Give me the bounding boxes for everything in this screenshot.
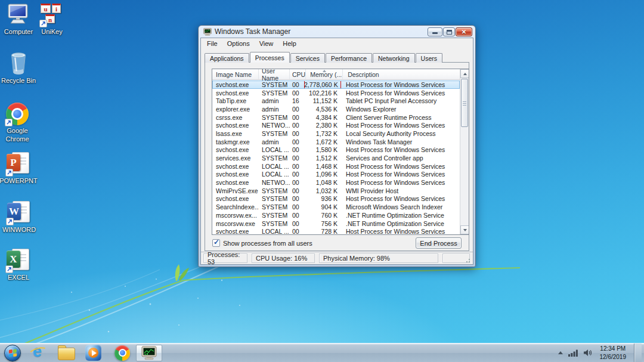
- desktop-icon-label: Google Chrome: [0, 127, 36, 144]
- cell-memory: 1,048 K: [304, 179, 341, 186]
- cell-user-name: LOCAL ...: [259, 171, 290, 178]
- folder-icon: [58, 348, 75, 360]
- table-row[interactable]: services.exe SYSTEM 00 1,512 K Services …: [212, 154, 460, 162]
- resize-grip[interactable]: [466, 257, 472, 263]
- table-row[interactable]: lsass.exe SYSTEM 00 1,732 K Local Securi…: [212, 129, 460, 138]
- table-row[interactable]: svchost.exe NETWO... 00 1,048 K Host Pro…: [212, 178, 460, 187]
- tab-performance[interactable]: Performance: [326, 53, 372, 63]
- cell-description: Windows Explorer: [341, 106, 460, 113]
- sort-arrow-icon: [323, 70, 326, 72]
- desktop-icon-powerpoint[interactable]: P POWERPNT: [0, 151, 38, 185]
- desktop-icon-recycle-bin[interactable]: Recycle Bin: [0, 50, 38, 85]
- cell-description: Services and Controller app: [341, 154, 460, 162]
- cell-image-name: svchost.exe: [212, 81, 259, 88]
- cell-memory: 1,032 K: [304, 187, 341, 194]
- table-row[interactable]: svchost.exe LOCAL ... 00 1,096 K Host Pr…: [212, 171, 460, 179]
- tab-networking[interactable]: Networking: [373, 53, 415, 63]
- cell-cpu: 00: [290, 154, 304, 162]
- end-process-button[interactable]: End Process: [416, 237, 462, 249]
- column-header-image-name[interactable]: Image Name: [212, 69, 259, 79]
- scroll-down-button[interactable]: [460, 225, 469, 234]
- taskbar-item-internet-explorer[interactable]: e: [27, 344, 51, 362]
- table-row[interactable]: TabTip.exe admin 16 11,152 K Tablet PC I…: [212, 97, 460, 105]
- recycle-bin-icon: [8, 50, 29, 75]
- cell-memory: 1,732 K: [304, 130, 341, 137]
- tab-services[interactable]: Services: [290, 53, 325, 63]
- cell-image-name: csrss.exe: [212, 114, 259, 121]
- table-row[interactable]: mscorsvw.ex... SYSTEM 00 760 K .NET Runt…: [212, 211, 460, 219]
- table-row[interactable]: mscorsvw.exe SYSTEM 00 756 K .NET Runtim…: [212, 219, 460, 228]
- network-icon[interactable]: [568, 349, 578, 357]
- tab-processes[interactable]: Processes: [250, 52, 290, 63]
- media-player-icon: [85, 345, 101, 361]
- cell-cpu: 00: [290, 187, 304, 194]
- desktop-icon-excel[interactable]: X EXCEL: [0, 248, 38, 282]
- taskbar-item-chrome[interactable]: [110, 344, 134, 362]
- cell-description: Host Process for Windows Services: [341, 146, 460, 153]
- table-row[interactable]: SearchIndexe... SYSTEM 00 904 K Microsof…: [212, 203, 460, 211]
- cell-cpu: 00: [290, 106, 304, 113]
- column-header-user-name[interactable]: User Name: [259, 69, 290, 79]
- column-header-cpu[interactable]: CPU: [290, 69, 306, 79]
- table-row[interactable]: svchost.exe SYSTEM 00 936 K Host Process…: [212, 195, 460, 203]
- menu-help[interactable]: Help: [278, 39, 301, 48]
- cell-user-name: SYSTEM: [259, 114, 290, 121]
- table-row[interactable]: svchost.exe SYSTEM 00 102,216 K Host Pro…: [212, 89, 460, 97]
- desktop-icon-unikey[interactable]: uin UniKey: [33, 4, 71, 36]
- shortcut-arrow-icon: [39, 20, 47, 27]
- cell-memory: 102,216 K: [304, 89, 341, 97]
- table-row[interactable]: taskmgr.exe admin 00 1,672 K Windows Tas…: [212, 138, 460, 146]
- cell-description: Client Server Runtime Process: [341, 114, 460, 121]
- table-row[interactable]: csrss.exe SYSTEM 00 4,384 K Client Serve…: [212, 113, 460, 122]
- maximize-button[interactable]: [443, 27, 455, 36]
- menu-view[interactable]: View: [255, 39, 278, 48]
- scroll-up-button[interactable]: [460, 69, 469, 78]
- table-row[interactable]: explorer.exe admin 00 4,536 K Windows Ex…: [212, 105, 460, 113]
- titlebar[interactable]: Windows Task Manager ✕: [199, 26, 475, 38]
- desktop-icon-label: Recycle Bin: [1, 77, 36, 85]
- table-row[interactable]: svchost.exe SYSTEM 00 2,778,060 K Host P…: [212, 81, 460, 89]
- table-row[interactable]: svchost.exe LOCAL ... 00 1,580 K Host Pr…: [212, 146, 460, 154]
- cell-memory: 1,580 K: [304, 146, 341, 153]
- process-list-body: svchost.exe SYSTEM 00 2,778,060 K Host P…: [212, 81, 460, 235]
- desktop-icon-label: WINWORD: [2, 226, 36, 234]
- menubar: File Options View Help: [201, 38, 473, 49]
- show-all-users-checkbox[interactable]: ✓: [212, 239, 220, 247]
- column-header-description[interactable]: Description: [343, 69, 460, 79]
- taskbar-item-task-manager-active[interactable]: [136, 345, 162, 361]
- table-row[interactable]: svchost.exe LOCAL ... 00 1,468 K Host Pr…: [212, 162, 460, 171]
- minimize-button[interactable]: [428, 27, 442, 36]
- cell-image-name: SearchIndexe...: [212, 203, 259, 211]
- desktop-icon-google-chrome[interactable]: Google Chrome: [0, 103, 36, 144]
- desktop-icon-word[interactable]: W WINWORD: [0, 200, 38, 234]
- task-manager-window: Windows Task Manager ✕ File Options View…: [198, 25, 476, 267]
- desktop-icon-computer[interactable]: Computer: [0, 4, 38, 36]
- taskbar-clock[interactable]: 12:34 PM 12/6/2019: [597, 345, 629, 360]
- scrollbar-thumb[interactable]: [461, 79, 468, 127]
- hidden-icons-chevron-icon[interactable]: [558, 351, 563, 354]
- menu-file[interactable]: File: [202, 39, 222, 48]
- menu-options[interactable]: Options: [222, 39, 255, 48]
- volume-icon[interactable]: [583, 349, 592, 357]
- start-button[interactable]: [4, 345, 21, 361]
- cell-description: Windows Task Manager: [341, 138, 460, 146]
- table-row[interactable]: svchost.exe NETWO... 00 2,380 K Host Pro…: [212, 121, 460, 129]
- show-all-users-row[interactable]: ✓ Show processes from all users: [212, 239, 312, 247]
- cell-user-name: SYSTEM: [259, 81, 290, 88]
- show-desktop-button[interactable]: [634, 344, 642, 362]
- clock-date: 12/6/2019: [600, 353, 627, 361]
- cell-memory: 1,468 K: [304, 163, 341, 170]
- column-header-memory[interactable]: Memory (...: [306, 69, 343, 79]
- cell-image-name: svchost.exe: [212, 89, 259, 97]
- taskbar-item-media-player[interactable]: [81, 344, 105, 362]
- table-row[interactable]: WmiPrvSE.exe SYSTEM 00 1,032 K WMI Provi…: [212, 187, 460, 195]
- cell-memory: 2,778,060 K: [304, 81, 341, 88]
- close-button[interactable]: ✕: [456, 27, 472, 36]
- tab-users[interactable]: Users: [416, 53, 442, 63]
- tab-applications[interactable]: Applications: [205, 53, 249, 63]
- vertical-scrollbar[interactable]: [460, 69, 469, 234]
- table-row[interactable]: svchost.exe LOCAL ... 00 728 K Host Proc…: [212, 227, 460, 235]
- desktop: Computer uin UniKey Recycle Bin Google C…: [0, 0, 644, 362]
- chrome-icon: [114, 345, 130, 361]
- taskbar-item-windows-explorer[interactable]: [54, 344, 78, 362]
